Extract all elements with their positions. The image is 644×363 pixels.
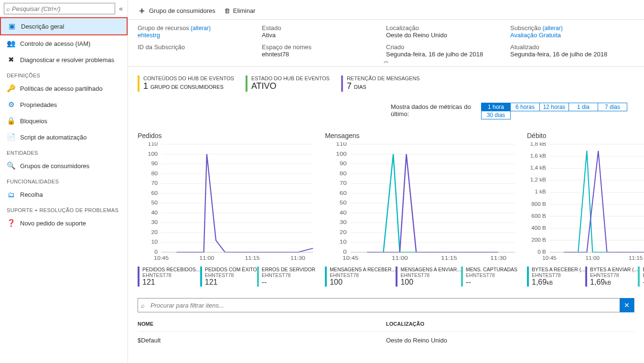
svg-text:50: 50 — [151, 200, 158, 205]
svg-text:400 B: 400 B — [531, 225, 546, 231]
change-link[interactable]: (alterar) — [541, 25, 562, 32]
svg-text:30: 30 — [340, 220, 347, 225]
sidebar-item-script-de-automatização[interactable]: 📄Script de automatização — [0, 129, 128, 145]
range-btn-6-horas[interactable]: 6 horas — [510, 103, 540, 111]
main-panel: ＋ Grupo de consumidores 🗑 Eliminar Grupo… — [128, 0, 644, 363]
filter-clear-button[interactable]: ✕ — [620, 298, 634, 312]
legend-item[interactable]: MENSAGENS A ENVIAR...EHNTEST78100 — [396, 267, 461, 287]
consumer-groups-table: NomeLocalização $DefaultOeste do Reino U… — [138, 316, 634, 349]
svg-text:100: 100 — [336, 151, 347, 157]
legend-item[interactable]: MENS. CAPTURADASEHNTEST78-- — [461, 267, 517, 287]
svg-text:10:45: 10:45 — [542, 256, 556, 261]
svg-text:11:00: 11:00 — [586, 256, 600, 261]
essentials-field: Grupo de recursos (alterar)ehtestrg — [138, 23, 262, 43]
svg-text:80: 80 — [340, 171, 347, 176]
svg-text:90: 90 — [151, 161, 158, 166]
range-btn-1-dia[interactable]: 1 dia — [569, 103, 598, 111]
essentials-field: ID da Subscrição — [138, 43, 262, 62]
legend-item[interactable]: BYTES CAPTURADOSEHNTEST78-- — [638, 267, 644, 287]
table-row[interactable]: $DefaultOeste do Reino Unido — [138, 332, 634, 349]
essentials-label: Atualizado — [510, 43, 634, 51]
essentials-value-link[interactable]: Avaliação Gratuita — [510, 32, 634, 39]
sidebar-item-novo-pedido-de-suporte[interactable]: ❓Novo pedido de suporte — [0, 215, 128, 231]
legend-sub: EHNTEST78 — [466, 272, 517, 278]
stat-value: ATIVO — [251, 81, 330, 91]
svg-text:11:30: 11:30 — [490, 256, 506, 261]
sidebar-item-propriedades[interactable]: ⚙Propriedades — [0, 96, 128, 113]
chart-area[interactable]: 0 B200 B400 B600 B800 B1 kB1,2 kB1,4 kB1… — [527, 142, 644, 262]
essentials-panel: Grupo de recursos (alterar)ehtestrgEstad… — [128, 20, 644, 62]
svg-text:80: 80 — [151, 171, 158, 176]
sidebar-item-descrição-geral[interactable]: ▣Descrição geral — [0, 17, 128, 35]
range-btn-30-dias[interactable]: 30 dias — [481, 111, 511, 119]
filter-bar: ⌕ ✕ — [138, 298, 634, 312]
range-btn-1-hora[interactable]: 1 hora — [481, 103, 511, 111]
sidebar-search-input[interactable] — [12, 5, 113, 12]
essentials-value: ehntest78 — [262, 51, 386, 58]
svg-text:1,2 kB: 1,2 kB — [530, 177, 546, 182]
essentials-label: Subscrição (alterar) — [510, 24, 634, 32]
legend-item[interactable]: PEDIDOS COM ÊXITOEHNTEST78121 — [200, 267, 257, 287]
tools-icon: ✖ — [7, 55, 15, 64]
svg-text:10:45: 10:45 — [154, 256, 169, 261]
metric-stat: RETENÇÃO DE MENSAGENS7 DIAS — [341, 75, 420, 92]
svg-text:11:00: 11:00 — [199, 256, 214, 261]
svg-text:1 kB: 1 kB — [535, 189, 546, 194]
add-consumer-group-button[interactable]: ＋ Grupo de consumidores — [138, 5, 215, 16]
sidebar-search[interactable]: ⌕ — [4, 3, 115, 14]
legend-sub: EHNTEST78 — [590, 272, 638, 278]
svg-text:60: 60 — [151, 191, 158, 196]
people-icon: 👥 — [7, 39, 15, 48]
chart-legend: PEDIDOS RECEBIDOS...EHNTEST78121PEDIDOS … — [138, 267, 315, 287]
sidebar-collapse-button[interactable]: « — [117, 4, 125, 13]
sidebar-item-recolha[interactable]: 🗂Recolha — [0, 186, 128, 203]
legend-value: 100 — [400, 278, 461, 287]
change-link[interactable]: (alterar) — [189, 25, 211, 32]
legend-item[interactable]: PEDIDOS RECEBIDOS...EHNTEST78121 — [138, 267, 200, 287]
svg-text:200 B: 200 B — [531, 237, 546, 243]
legend-item[interactable]: BYTES A ENVIAR (...EHNTEST781,69kB — [585, 267, 638, 287]
range-btn-7-dias[interactable]: 7 dias — [598, 103, 627, 111]
legend-name: MENSAGENS A RECEBER... — [330, 267, 396, 272]
svg-text:10: 10 — [340, 239, 347, 245]
svg-text:90: 90 — [340, 161, 347, 167]
essentials-value: Segunda-feira, 16 de julho de 2018 — [386, 51, 510, 58]
legend-item[interactable]: BYTES A RECEBER (...EHNTEST781,69kB — [527, 267, 585, 287]
chart-area[interactable]: 010203040506070809010011010:4511:0011:15… — [138, 142, 315, 262]
legend-item[interactable]: MENSAGENS A RECEBER...EHNTEST78100 — [325, 267, 396, 287]
svg-text:0 B: 0 B — [537, 249, 546, 255]
sidebar-item-políticas-de-acesso-partilhado[interactable]: 🔑Políticas de acesso partilhado — [0, 80, 128, 96]
legend-item[interactable]: ERROS DE SERVIDOREHNTEST78-- — [257, 267, 315, 287]
essentials-value-link[interactable]: ehtestrg — [138, 32, 262, 39]
chart-title: Mensagens — [325, 132, 517, 139]
sidebar-item-controlo-de-acesso-(iam)[interactable]: 👥Controlo de acesso (IAM) — [0, 35, 128, 52]
stat-value: 1 GRUPO DE CONSUMIDORES — [143, 81, 234, 91]
table-header[interactable]: Nome — [138, 316, 386, 332]
delete-label: Eliminar — [233, 7, 256, 14]
sidebar-item-diagnosticar-e-resolver-problemas[interactable]: ✖Diagnosticar e resolver problemas — [0, 52, 128, 68]
sidebar-item-label: Descrição geral — [21, 23, 64, 30]
svg-text:20: 20 — [151, 230, 158, 235]
svg-text:60: 60 — [340, 190, 347, 196]
stat-label: CONTEÚDOS DO HUB DE EVENTOS — [143, 75, 234, 81]
svg-text:40: 40 — [340, 210, 347, 216]
sidebar-item-bloqueios[interactable]: 🔒Bloqueios — [0, 113, 128, 129]
chart-area[interactable]: 010203040506070809010011010:4511:0011:15… — [325, 142, 517, 262]
essentials-value: Ativa — [262, 32, 386, 39]
legend-value: 1,69kB — [532, 278, 585, 287]
chart-title: Débito — [527, 132, 644, 139]
chart-legend: MENSAGENS A RECEBER...EHNTEST78100MENSAG… — [325, 267, 517, 287]
essentials-expander[interactable]: ︽ — [384, 57, 389, 64]
sidebar-item-label: Propriedades — [20, 101, 57, 108]
filter-input[interactable] — [148, 300, 620, 311]
sidebar-item-grupos-de-consumidores[interactable]: 🔍Grupos de consumidores — [0, 158, 128, 174]
legend-name: BYTES A ENVIAR (... — [590, 267, 638, 272]
essentials-label: Grupo de recursos (alterar) — [138, 24, 262, 32]
svg-text:800 B: 800 B — [531, 201, 546, 206]
range-btn-12-horas[interactable]: 12 horas — [539, 103, 569, 111]
table-header[interactable]: Localização — [386, 316, 634, 332]
metric-range-label: Mostra dados de métricas do último: — [391, 103, 472, 117]
sidebar-item-label: Controlo de acesso (IAM) — [20, 40, 90, 47]
sidebar-item-label: Políticas de acesso partilhado — [20, 85, 103, 92]
delete-button[interactable]: 🗑 Eliminar — [224, 7, 256, 14]
